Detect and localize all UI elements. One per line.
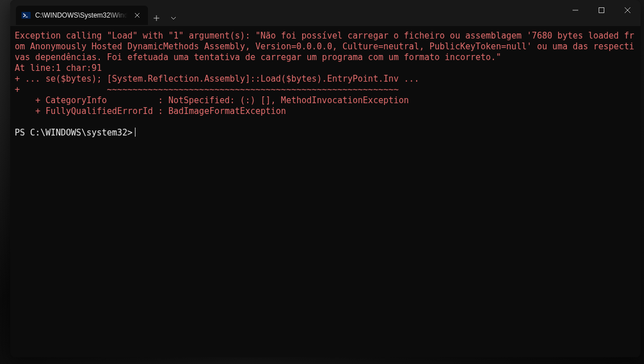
error-line: + FullyQualifiedErrorId : BadImageFormat…	[15, 106, 286, 116]
terminal-window: C:\WINDOWS\System32\Wind	[10, 0, 641, 357]
window-controls	[562, 0, 641, 20]
new-tab-button[interactable]	[148, 10, 165, 27]
terminal-body[interactable]: Exception calling "Load" with "1" argume…	[10, 26, 641, 357]
close-window-button[interactable]	[615, 0, 641, 20]
plus-icon	[153, 15, 160, 22]
close-icon	[625, 7, 630, 13]
error-line: + ~~~~~~~~~~~~~~~~~~~~~~~~~~~~~~~~~~~~~~…	[15, 84, 399, 95]
error-line: + CategoryInfo : NotSpecified: (:) [], M…	[15, 95, 409, 105]
minimize-button[interactable]	[562, 0, 588, 20]
tab-dropdown-button[interactable]	[165, 10, 182, 27]
maximize-button[interactable]	[588, 0, 615, 20]
error-line: At line:1 char:91	[15, 63, 102, 73]
chevron-down-icon	[171, 16, 176, 20]
maximize-icon	[599, 7, 604, 13]
tab-powershell[interactable]: C:\WINDOWS\System32\Wind	[16, 6, 148, 25]
cursor	[135, 128, 135, 137]
error-line: Exception calling "Load" with "1" argume…	[15, 31, 634, 62]
tab-close-button[interactable]	[132, 10, 142, 20]
prompt: PS C:\WINDOWS\system32>	[15, 128, 133, 138]
titlebar[interactable]: C:\WINDOWS\System32\Wind	[10, 0, 641, 26]
svg-rect-7	[599, 8, 604, 13]
tab-title: C:\WINDOWS\System32\Wind	[35, 11, 128, 19]
close-icon	[134, 12, 140, 18]
powershell-icon	[22, 11, 31, 20]
tab-strip: C:\WINDOWS\System32\Wind	[10, 0, 182, 26]
error-line: + ... se($bytes); [System.Reflection.Ass…	[15, 74, 419, 84]
minimize-icon	[573, 7, 578, 13]
